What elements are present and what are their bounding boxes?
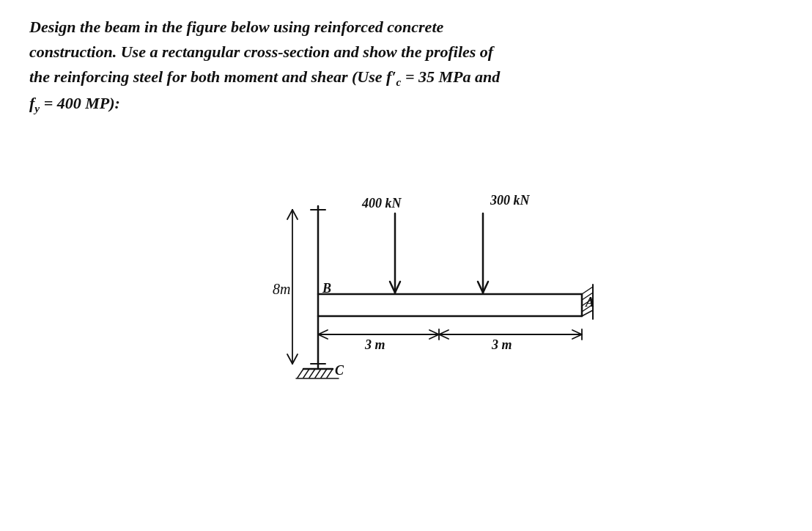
svg-line-25	[303, 369, 309, 378]
point-c-label: C	[335, 363, 344, 378]
page-content: Design the beam in the figure below usin…	[29, 15, 783, 411]
problem-line1: Design the beam in the figure below usin…	[29, 18, 443, 36]
structural-diagram: 8m 400 kN 300 kN B A	[179, 140, 633, 411]
problem-statement: Design the beam in the figure below usin…	[29, 15, 777, 118]
svg-line-7	[292, 210, 298, 219]
svg-line-26	[309, 369, 315, 378]
svg-line-27	[315, 369, 321, 378]
problem-line2: construction. Use a rectangular cross-se…	[29, 43, 493, 61]
svg-line-17	[582, 287, 593, 294]
diagram-area: 8m 400 kN 300 kN B A	[29, 140, 783, 411]
load2-label: 300 kN	[490, 193, 531, 208]
svg-line-9	[292, 354, 298, 364]
svg-line-24	[298, 369, 303, 378]
load1-label: 400 kN	[361, 196, 402, 210]
height-label: 8m	[273, 281, 290, 297]
point-b-label: B	[322, 281, 331, 296]
problem-line3: the reinforcing steel for both moment an…	[29, 67, 500, 86]
svg-line-8	[287, 354, 292, 364]
svg-line-29	[327, 369, 333, 378]
span2-label: 3 m	[491, 337, 512, 352]
svg-line-28	[321, 369, 327, 378]
svg-line-6	[287, 210, 292, 219]
problem-line4: fy = 400 MP):	[29, 94, 120, 112]
span1-label: 3 m	[364, 337, 385, 352]
